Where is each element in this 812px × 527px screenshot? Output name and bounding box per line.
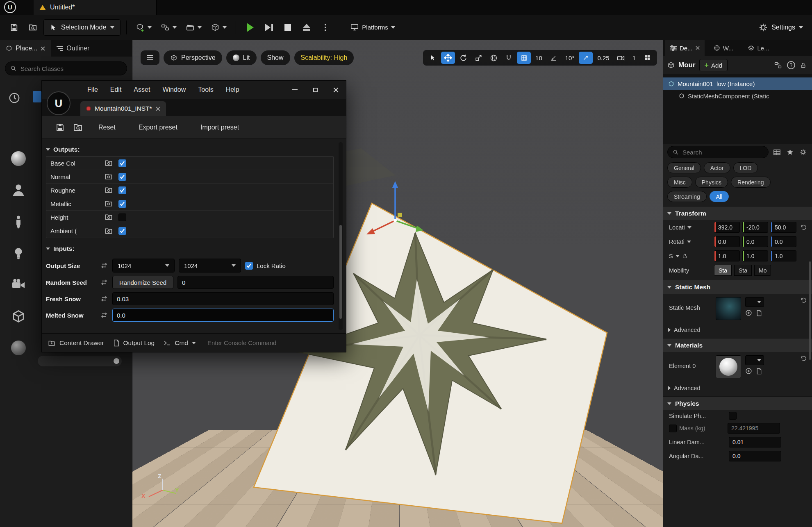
filter-streaming[interactable]: Streaming — [667, 191, 707, 202]
lock-ratio-checkbox[interactable] — [245, 262, 253, 270]
swap-icon[interactable] — [100, 312, 108, 318]
menu-edit[interactable]: Edit — [104, 81, 128, 99]
tree-row-component[interactable]: StaticMeshComponent (Static — [663, 90, 812, 102]
static-mesh-asset-dropdown[interactable] — [745, 297, 764, 307]
display-filter-icon[interactable] — [772, 149, 782, 155]
advanced-collapse-1[interactable]: Advanced — [663, 324, 812, 336]
rotation-z-field[interactable]: 0.0 — [771, 236, 796, 247]
browse-asset-button[interactable] — [70, 118, 86, 136]
blueprint-edit-icon[interactable] — [774, 61, 782, 69]
output-checkbox[interactable] — [118, 200, 126, 208]
details-settings-icon[interactable] — [798, 149, 808, 156]
size-y-dropdown[interactable]: 1024 — [179, 259, 241, 273]
browse-to-asset-icon[interactable] — [745, 309, 752, 316]
tab-world-settings[interactable]: W... — [709, 40, 739, 56]
save-asset-button[interactable] — [52, 118, 68, 136]
reset-location-button[interactable] — [799, 224, 809, 231]
mobility-movable-button[interactable]: Mo — [754, 265, 771, 276]
mobility-static-button[interactable]: Sta — [714, 265, 732, 276]
section-physics[interactable]: Physics — [663, 396, 812, 410]
show-flags-dropdown[interactable]: Show — [261, 50, 290, 65]
details-scrollbar[interactable] — [809, 261, 811, 360]
reset-material-button[interactable] — [799, 355, 809, 362]
material-asset-dropdown[interactable] — [745, 355, 764, 365]
filter-physics[interactable]: Physics — [695, 177, 728, 188]
eject-button[interactable] — [298, 18, 315, 36]
browse-content-button[interactable] — [25, 18, 41, 36]
location-y-field[interactable]: -20.0 — [742, 222, 768, 233]
cinematics-dropdown[interactable] — [182, 18, 205, 36]
level-tab[interactable]: Untitled* — [34, 0, 157, 15]
lights-category-icon[interactable] — [7, 242, 30, 264]
tab-place-actors[interactable]: Place... — [0, 40, 51, 57]
menu-asset[interactable]: Asset — [127, 81, 156, 99]
output-checkbox[interactable] — [118, 159, 126, 167]
close-icon[interactable] — [696, 46, 700, 50]
location-dropdown[interactable]: Locati — [669, 224, 712, 231]
asset-tab[interactable]: Mountain001_INST* — [80, 101, 166, 116]
filter-general[interactable]: General — [667, 162, 701, 173]
melted-snow-field[interactable]: 0.0 — [112, 309, 334, 322]
console-command-input[interactable]: Enter Console Command — [205, 339, 340, 346]
editor-scrollbar[interactable] — [339, 142, 343, 330]
volumes-category-icon[interactable] — [7, 337, 30, 359]
browse-output-icon[interactable] — [105, 227, 113, 235]
browse-output-icon[interactable] — [105, 186, 113, 194]
linear-damping-field[interactable]: 0.01 — [729, 437, 781, 447]
browse-output-icon[interactable] — [105, 159, 113, 167]
angle-snap-button[interactable] — [547, 52, 561, 64]
output-checkbox[interactable] — [118, 186, 126, 194]
rotation-x-field[interactable]: 0.0 — [714, 236, 740, 247]
browse-output-icon[interactable] — [105, 213, 113, 221]
scalability-warning-button[interactable]: Scalability: High — [294, 50, 354, 65]
frame-skip-button[interactable] — [261, 18, 277, 36]
mass-override-checkbox[interactable] — [669, 425, 677, 432]
blueprints-dropdown[interactable] — [157, 18, 180, 36]
filter-all[interactable]: All — [710, 191, 729, 202]
play-options-button[interactable] — [317, 18, 334, 36]
location-z-field[interactable]: 50.0 — [771, 222, 796, 233]
location-x-field[interactable]: 392.0 — [714, 222, 740, 233]
material-thumbnail[interactable] — [716, 355, 741, 378]
geometry-category-icon[interactable] — [7, 305, 30, 327]
browse-to-asset-icon[interactable] — [745, 368, 752, 375]
inputs-header[interactable]: Inputs: — [46, 242, 334, 255]
seed-value-field[interactable]: 0 — [177, 276, 334, 289]
details-search-input[interactable]: Search — [667, 146, 769, 158]
export-preset-button[interactable]: Export preset — [128, 124, 188, 131]
close-icon[interactable] — [41, 46, 45, 51]
cmd-dropdown[interactable]: Cmd — [164, 339, 196, 347]
camera-speed-button[interactable] — [614, 52, 628, 64]
import-preset-button[interactable]: Import preset — [190, 124, 250, 131]
quick-add-dropdown[interactable] — [207, 18, 230, 36]
filter-misc[interactable]: Misc — [667, 177, 692, 188]
grid-snap-button[interactable] — [517, 52, 531, 64]
content-drawer-button[interactable]: Content Drawer — [48, 339, 104, 347]
swap-icon[interactable] — [100, 279, 108, 285]
platforms-dropdown[interactable]: Platforms — [347, 18, 398, 36]
add-component-button[interactable]: + Add — [699, 59, 728, 71]
static-mesh-thumbnail[interactable] — [716, 297, 741, 320]
reset-static-mesh-button[interactable] — [799, 297, 809, 304]
basic-category-icon[interactable] — [7, 148, 30, 170]
tab-levels[interactable]: Le... — [743, 40, 774, 56]
maximize-viewport-button[interactable] — [640, 52, 654, 64]
view-mode-dropdown[interactable]: Lit — [226, 50, 257, 65]
filter-lod[interactable]: LOD — [733, 162, 758, 173]
scale-z-field[interactable]: 1.0 — [771, 250, 796, 261]
stop-button[interactable] — [280, 18, 296, 36]
rotate-tool-button[interactable] — [456, 52, 470, 64]
swap-icon[interactable] — [100, 296, 108, 302]
menu-file[interactable]: File — [81, 81, 104, 99]
use-selected-asset-icon[interactable] — [756, 368, 762, 375]
cinematic-category-icon[interactable] — [7, 274, 30, 296]
outputs-header[interactable]: Outputs: — [46, 143, 334, 156]
scale-x-field[interactable]: 1.0 — [714, 250, 740, 261]
window-title-bar[interactable]: File Edit Asset Window Tools Help — [42, 81, 346, 99]
maximize-button[interactable] — [305, 81, 325, 99]
filter-rendering[interactable]: Rendering — [731, 177, 771, 188]
characters-category-icon[interactable] — [7, 179, 30, 201]
mass-field[interactable]: 22.421995 — [728, 423, 780, 434]
camera-speed-value[interactable]: 1 — [629, 55, 639, 61]
recently-placed-icon[interactable] — [8, 92, 20, 105]
